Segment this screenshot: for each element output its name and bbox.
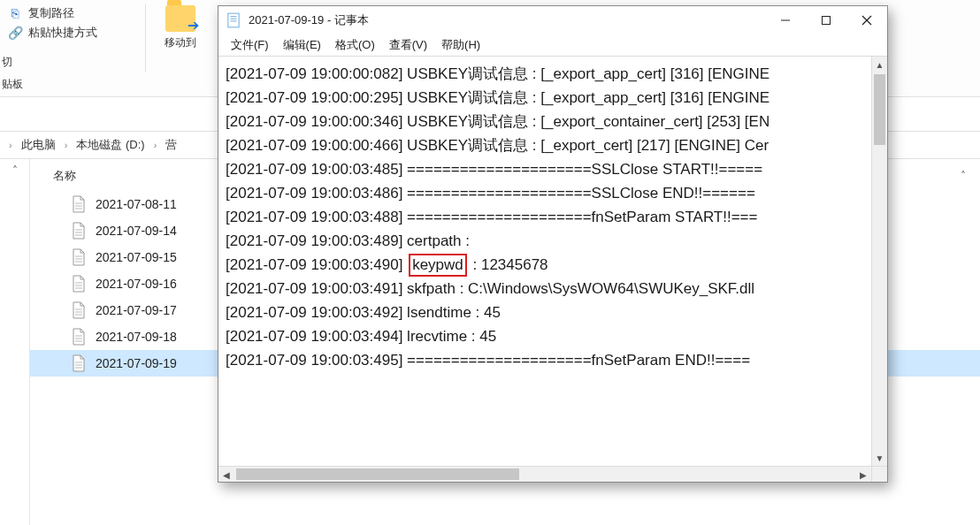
chevron-icon: ˄ bbox=[12, 164, 18, 177]
log-line: [2021-07-09 19:00:00:082] USBKEY调试信息 : [… bbox=[226, 62, 864, 86]
log-line: [2021-07-09 19:00:00:466] USBKEY调试信息 : [… bbox=[226, 133, 864, 157]
chevron-right-icon: › bbox=[9, 140, 12, 150]
notepad-menubar[interactable]: 文件(F) 编辑(E) 格式(O) 查看(V) 帮助(H) bbox=[218, 34, 887, 56]
svg-rect-21 bbox=[228, 13, 239, 27]
cut-label-fragment: 切 bbox=[0, 51, 27, 73]
clipboard-label-fragment: 贴板 bbox=[0, 73, 27, 95]
scrollbar-thumb-horizontal[interactable] bbox=[236, 468, 519, 480]
ribbon-separator bbox=[145, 4, 146, 72]
log-value: : 12345678 bbox=[469, 256, 548, 273]
paste-shortcut-icon: 🔗 bbox=[7, 25, 23, 41]
document-icon bbox=[71, 301, 87, 320]
close-button[interactable] bbox=[846, 6, 887, 34]
scrollbar-thumb-vertical[interactable] bbox=[874, 74, 885, 145]
scroll-down-button[interactable]: ▼ bbox=[872, 450, 887, 466]
minimize-button[interactable] bbox=[765, 6, 806, 34]
menu-edit[interactable]: 编辑(E) bbox=[278, 35, 326, 55]
document-icon bbox=[71, 221, 87, 240]
log-line: [2021-07-09 19:00:00:346] USBKEY调试信息 : [… bbox=[226, 110, 864, 133]
log-line: [2021-07-09 19:00:00:295] USBKEY调试信息 : [… bbox=[226, 86, 864, 110]
horizontal-scrollbar[interactable]: ◀ ▶ bbox=[218, 466, 871, 482]
log-line-keypwd: [2021-07-09 19:00:03:490] keypwd : 12345… bbox=[226, 253, 864, 277]
notepad-titlebar[interactable]: 2021-07-09-19 - 记事本 bbox=[218, 6, 887, 34]
ribbon-left-edge-labels: 切 贴板 bbox=[0, 51, 27, 95]
scroll-left-button[interactable]: ◀ bbox=[218, 467, 234, 482]
notepad-title: 2021-07-09-19 - 记事本 bbox=[249, 12, 369, 28]
paste-shortcut-label: 粘贴快捷方式 bbox=[28, 25, 97, 41]
scroll-right-button[interactable]: ▶ bbox=[855, 467, 871, 482]
document-icon bbox=[71, 247, 87, 267]
file-name: 2021-07-09-18 bbox=[96, 330, 177, 344]
notepad-app-icon bbox=[226, 12, 241, 28]
copy-path-button[interactable]: ⎘ 复制路径 bbox=[4, 4, 145, 23]
log-line: [2021-07-09 19:00:03:489] certpath : bbox=[226, 229, 864, 253]
file-name: 2021-07-09-14 bbox=[96, 224, 177, 238]
arrow-overlay-icon: ➔ bbox=[188, 17, 199, 34]
breadcrumb-item-pc[interactable]: 此电脑 bbox=[21, 137, 56, 153]
keypwd-highlight: keypwd bbox=[409, 254, 467, 277]
log-line: [2021-07-09 19:00:03:495] ==============… bbox=[226, 348, 864, 372]
tree-pane-edge: ˄ bbox=[0, 159, 30, 525]
folder-icon: ➔ bbox=[165, 5, 195, 32]
log-line: [2021-07-09 19:00:03:494] lrecvtime : 45 bbox=[226, 324, 864, 348]
breadcrumb-item-folder[interactable]: 营 bbox=[165, 137, 177, 153]
file-name: 2021-07-09-17 bbox=[96, 303, 177, 317]
file-name: 2021-07-09-15 bbox=[96, 250, 177, 264]
scroll-up-button[interactable]: ▲ bbox=[872, 57, 887, 72]
notepad-text-area[interactable]: [2021-07-09 19:00:00:082] USBKEY调试信息 : [… bbox=[218, 57, 871, 466]
notepad-content-wrap: [2021-07-09 19:00:00:082] USBKEY调试信息 : [… bbox=[218, 56, 887, 482]
breadcrumb-item-drive[interactable]: 本地磁盘 (D:) bbox=[76, 137, 144, 153]
copy-path-label: 复制路径 bbox=[28, 5, 74, 21]
menu-format[interactable]: 格式(O) bbox=[330, 35, 380, 55]
document-icon bbox=[71, 194, 87, 214]
file-name: 2021-07-08-11 bbox=[96, 197, 177, 211]
log-line: [2021-07-09 19:00:03:488] ==============… bbox=[226, 205, 864, 229]
window-controls bbox=[765, 6, 887, 34]
document-icon bbox=[71, 327, 87, 346]
log-timestamp: [2021-07-09 19:00:03:490] bbox=[226, 256, 407, 273]
scrollbar-corner bbox=[871, 466, 887, 482]
menu-view[interactable]: 查看(V) bbox=[384, 35, 433, 55]
move-to-label: 移动到 bbox=[165, 36, 196, 49]
log-line: [2021-07-09 19:00:03:492] lsendtime : 45 bbox=[226, 301, 864, 324]
paste-shortcut-button[interactable]: 🔗 粘贴快捷方式 bbox=[4, 23, 145, 42]
log-line: [2021-07-09 19:00:03:491] skfpath : C:\W… bbox=[226, 277, 864, 301]
log-line: [2021-07-09 19:00:03:486] ==============… bbox=[226, 181, 864, 205]
move-to-button[interactable]: ➔ 移动到 bbox=[154, 5, 207, 50]
document-icon bbox=[71, 274, 87, 293]
column-header-name[interactable]: 名称 bbox=[53, 168, 76, 184]
vertical-scrollbar[interactable]: ▲ ▼ bbox=[871, 57, 887, 466]
menu-file[interactable]: 文件(F) bbox=[226, 35, 274, 55]
file-name: 2021-07-09-19 bbox=[96, 356, 177, 370]
chevron-right-icon: › bbox=[154, 140, 157, 150]
maximize-button[interactable] bbox=[806, 6, 846, 34]
notepad-window[interactable]: 2021-07-09-19 - 记事本 文件(F) 编辑(E) 格式(O) 查看… bbox=[218, 5, 888, 483]
file-name: 2021-07-09-16 bbox=[96, 277, 177, 291]
document-icon bbox=[71, 354, 87, 373]
log-line: [2021-07-09 19:00:03:485] ==============… bbox=[226, 157, 864, 181]
menu-help[interactable]: 帮助(H) bbox=[436, 35, 486, 55]
chevron-right-icon: › bbox=[65, 140, 68, 150]
svg-rect-26 bbox=[823, 17, 831, 25]
copy-path-icon: ⎘ bbox=[7, 5, 23, 21]
chevron-up-icon: ˄ bbox=[961, 170, 966, 182]
